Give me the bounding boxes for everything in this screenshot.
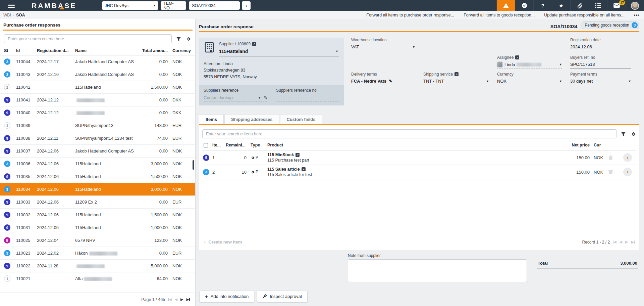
breadcrumb-root[interactable]: WBI [3,13,11,17]
items-search-input[interactable] [202,129,616,138]
po-response-row[interactable]: 31100362024.12.06115Hatteland3,000.00NOK [0,158,195,170]
po-response-row[interactable]: 1110039SUPNithyaimport13148.00EUR [0,119,195,132]
supplier-name: 115Hatteland [75,225,140,230]
document-search-input[interactable] [189,1,240,10]
inspect-approval-button[interactable]: Inspect approval [257,291,307,302]
open-item-button[interactable]: › [623,168,632,176]
next-page-button[interactable]: ▶ [180,297,183,302]
delete-item-icon[interactable] [608,155,621,160]
chevron-down-icon: ▼ [412,45,415,49]
action-forward-goods-reception[interactable]: Forward all items to goods reception... [464,13,535,17]
tab-items[interactable]: Items [199,114,224,124]
open-assignee-icon[interactable]: ↗ [515,55,519,59]
add-info-notification-button[interactable]: + Add info notification [200,291,254,302]
po-response-row[interactable]: 91100332024.12.0611209 Ex 20.00EUR [0,196,195,209]
approvals-button[interactable] [515,0,533,11]
tasks-button[interactable] [589,0,607,11]
po-id: 110041 [16,97,37,102]
first-page-button[interactable]: ◀ [168,297,171,302]
po-response-row[interactable]: 91100372024.12.06Jakob Hatteland Compute… [0,145,195,158]
document-id: SOA/110034 [550,24,577,29]
open-shipping-service-icon[interactable]: ↗ [454,72,459,76]
create-new-item-button[interactable]: + Create new item [204,239,242,245]
hamburger-menu-icon[interactable] [8,3,15,9]
filter-funnel-icon[interactable] [176,36,181,42]
total-amount: 3,000.00 [140,161,172,166]
tab-shipping-addresses[interactable]: Shipping addresses [224,114,279,124]
registration-date-input[interactable]: 2024.12.06 [570,44,631,51]
items-search-row [202,129,636,138]
first-record-button[interactable]: ◀ [613,240,616,244]
open-item-button[interactable]: › [623,153,632,162]
prev-page-button[interactable]: ◀ [175,297,177,302]
edit-pencil-icon[interactable]: ✎ [264,95,267,100]
attachments-button[interactable] [570,0,589,11]
more-actions-button[interactable]: ••• [634,13,639,17]
buyers-ref-input[interactable]: SPO/117513 [570,62,631,69]
po-response-row[interactable]: 91100382024.12.11SUPNithyaimport14,1234 … [0,132,195,145]
tab-custom-fields[interactable]: Custom fields [280,114,322,124]
total-amount: 0.00 [140,148,172,154]
action-forward-po-response[interactable]: Forward all items to purchase order resp… [366,13,454,17]
gear-icon[interactable] [630,131,636,137]
warehouse-location-select[interactable]: VAT ▼ [351,44,415,51]
alerts-button[interactable] [496,0,515,11]
edit-pencil-icon[interactable]: ✎ [389,79,392,84]
module-select[interactable]: TEM-NO ⌄ [161,1,186,10]
po-response-row[interactable]: 1110021Alfa64.00NOK [0,272,195,285]
po-response-row[interactable]: 91100322024.12.06115Hatteland1,500.00NOK [0,209,195,221]
po-response-row[interactable]: 1110042115Hatteland1,500.00NOK [0,81,195,94]
left-search-input[interactable] [4,34,172,43]
delete-item-icon[interactable] [608,170,621,174]
po-response-row[interactable]: 91100312024.12.05115Hatteland1,000.00NOK [0,221,195,234]
open-product-icon[interactable]: ↗ [302,167,306,171]
po-response-row[interactable]: 31100442024.12.17Jakob Hatteland Compute… [0,55,195,68]
total-amount: 3,000.00 [140,187,172,192]
help-button[interactable]: ? [533,0,552,11]
select-all-checkbox[interactable] [204,143,208,147]
open-product-icon[interactable]: ↗ [296,153,300,157]
suppliers-reference-no-input[interactable] [276,95,339,101]
po-response-row[interactable]: 91100412024.12.120.00DKK [0,94,195,106]
environment-select[interactable]: JHC DevSys ▼ [102,1,158,10]
item-row[interactable]: 910P115 MinStock↗115 Purchase test part1… [202,150,636,165]
open-supplier-icon[interactable]: ↗ [252,42,256,46]
favorites-button[interactable]: ★ [552,0,570,11]
currency: NOK [172,212,195,217]
note-from-supplier-input[interactable] [348,259,527,282]
header-st: St [4,48,16,53]
last-page-button[interactable]: ▶ [186,297,190,302]
suppliers-reference-no-field: Suppliers reference no [276,88,339,101]
payment-terms-select[interactable]: 30 days net ▼ [570,79,631,85]
shipping-service-select[interactable]: TNT - TNT ▼ [423,79,489,85]
po-response-row[interactable]: 31100232024.12.02Håkon0.00EUR [0,247,195,260]
po-response-row[interactable]: 91100222024.11.285,000.00NOK [0,260,195,272]
po-response-row[interactable]: 91100352024.12.06115Hatteland1,500.00NOK [0,170,195,183]
supplier-select[interactable]: 115Hatteland ▼ [219,47,339,56]
po-response-row[interactable]: 31100432024.12.16Jakob Hatteland Compute… [0,68,195,81]
back-button[interactable]: ‹ [242,1,251,10]
action-update-purchase-responsible[interactable]: Update purchase responsible on all items… [544,13,625,17]
next-record-button[interactable]: ▶ [625,240,628,244]
po-response-row[interactable]: 31100342024.12.06115Hatteland3,000.00NOK [0,183,195,196]
filter-funnel-icon[interactable] [621,131,626,137]
messages-button[interactable]: 17 [607,0,626,11]
assignee-select[interactable]: Linda ▼ [497,62,562,69]
po-response-row[interactable]: 91100402024.12.120.00DKK [0,106,195,119]
total-amount: 0.00 [140,97,172,102]
status-badge: 9 [4,212,10,218]
currency-select[interactable]: NOK ▼ [497,79,562,85]
item-row[interactable]: 3210P115 Sales article↗115 Sales article… [202,165,636,179]
prev-record-button[interactable]: ◀ [620,240,622,244]
po-response-row[interactable]: 51100252024.12.046579 NHV123.00NOK [0,234,195,247]
order-fields-grid: Warehouse location VAT ▼ Registration da… [351,38,639,105]
gear-icon[interactable] [185,36,191,42]
logo-text: RAMBASE [32,2,76,9]
user-menu-button[interactable] [626,0,644,11]
suppliers-reference-select[interactable]: Contact lookup ▼ ✎ [204,95,267,101]
currency: NOK [172,263,195,268]
breadcrumb-separator-icon: › [13,13,14,17]
last-record-button[interactable]: ▶ [631,240,635,244]
right-panel-title: Purchase order response [199,24,254,29]
left-scrollbar-thumb[interactable] [193,160,194,170]
